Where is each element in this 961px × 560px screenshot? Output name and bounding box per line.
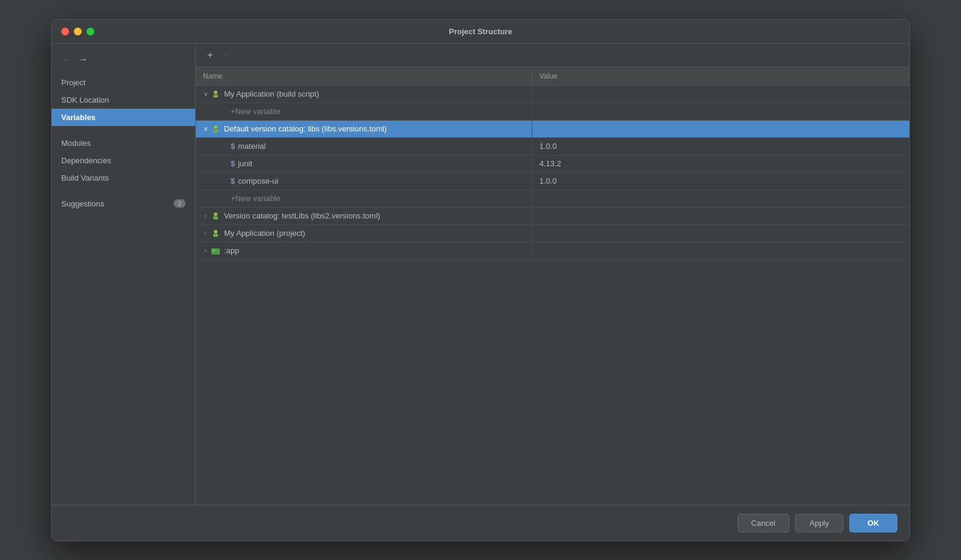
table-row[interactable]: +New variable — [196, 103, 909, 121]
chevron-icon: › — [201, 212, 210, 219]
value-cell — [532, 127, 909, 131]
sidebar-item-dependencies[interactable]: Dependencies — [52, 152, 195, 169]
table-row[interactable]: › My Application (project) — [196, 225, 909, 242]
forward-button[interactable]: → — [76, 53, 90, 65]
table-body: ∨ My Application (build script) — [196, 86, 909, 260]
dialog-title: Project Structure — [449, 27, 512, 36]
table-row[interactable]: $ junit 4.13.2 — [196, 155, 909, 173]
new-variable-link[interactable]: +New variable — [226, 107, 280, 116]
dollar-icon: $ — [231, 159, 235, 168]
row-label: compose-ui — [238, 176, 278, 185]
column-value-header: Value — [532, 70, 909, 82]
ok-button[interactable]: OK — [849, 514, 897, 532]
row-label: My Application (project) — [224, 229, 305, 238]
toolbar: + − — [196, 44, 909, 67]
minimize-button[interactable] — [74, 28, 82, 35]
row-value: 1.0.0 — [539, 142, 557, 151]
value-cell — [532, 214, 909, 218]
chevron-icon: ∨ — [201, 91, 210, 97]
name-cell: › My Application (project) — [196, 225, 532, 242]
row-label: My Application (build script) — [224, 89, 319, 98]
value-cell — [532, 248, 909, 253]
sidebar-gap-1 — [52, 126, 195, 134]
value-cell — [532, 231, 909, 236]
value-cell — [532, 196, 909, 201]
svg-rect-2 — [214, 94, 217, 97]
sidebar-item-build-variants[interactable]: Build Variants — [52, 169, 195, 187]
row-label: Version catalog: testLibs (libs2.version… — [224, 211, 380, 220]
svg-rect-13 — [211, 248, 215, 250]
value-cell — [532, 109, 909, 114]
table-header: Name Value — [196, 67, 909, 86]
apply-button[interactable]: Apply — [795, 514, 843, 532]
name-cell: +New variable — [196, 103, 532, 120]
table-row[interactable]: ∨ Default version catalog: libs (libs.ve… — [196, 121, 909, 138]
name-cell: $ compose-ui — [196, 173, 532, 190]
table-wrapper: ∨ My Application (build script) — [196, 86, 909, 505]
table-row[interactable]: +New variable — [196, 190, 909, 208]
main-content: + − Name Value ∨ — [196, 44, 909, 505]
value-cell: 1.0.0 — [532, 139, 909, 153]
row-label: :app — [224, 246, 239, 255]
sidebar-item-sdk-location[interactable]: SDK Location — [52, 91, 195, 109]
back-button[interactable]: ← — [59, 53, 73, 65]
gradle-icon — [210, 228, 221, 239]
sidebar-item-suggestions[interactable]: Suggestions 2 — [52, 195, 195, 212]
table-row[interactable]: $ material 1.0.0 — [196, 138, 909, 155]
value-cell — [532, 92, 909, 97]
name-cell: › Version catalog: testLibs (libs2.versi… — [196, 208, 532, 224]
nav-arrows: ← → — [52, 50, 195, 74]
gradle-icon — [210, 89, 221, 100]
row-label: Default version catalog: libs (libs.vers… — [224, 124, 387, 133]
name-cell: $ junit — [196, 155, 532, 172]
table-row[interactable]: › :app — [196, 242, 909, 260]
svg-rect-5 — [214, 128, 217, 131]
maximize-button[interactable] — [86, 28, 94, 35]
dollar-icon: $ — [231, 142, 235, 151]
cancel-button[interactable]: Cancel — [738, 514, 789, 532]
value-cell: 1.0.0 — [532, 174, 909, 188]
dollar-icon: $ — [231, 176, 235, 185]
remove-variable-button[interactable]: − — [218, 49, 232, 62]
name-cell: +New variable — [196, 190, 532, 207]
name-cell: $ material — [196, 138, 532, 155]
name-cell: ∨ My Application (build script) — [196, 86, 532, 103]
sidebar-item-project[interactable]: Project — [52, 74, 195, 91]
name-cell: › :app — [196, 242, 532, 259]
project-structure-dialog: Project Structure ← → Project SDK Locati… — [51, 19, 910, 541]
sidebar: ← → Project SDK Location Variables Modul… — [52, 44, 196, 505]
gradle-icon — [210, 124, 221, 134]
svg-rect-14 — [213, 250, 215, 251]
svg-rect-11 — [214, 233, 217, 236]
dialog-body: ← → Project SDK Location Variables Modul… — [52, 44, 909, 505]
name-cell: ∨ Default version catalog: libs (libs.ve… — [196, 121, 532, 137]
table-row[interactable]: $ compose-ui 1.0.0 — [196, 173, 909, 190]
dialog-footer: Cancel Apply OK — [52, 505, 909, 541]
row-label: material — [238, 142, 265, 151]
close-button[interactable] — [61, 28, 69, 35]
svg-rect-8 — [214, 215, 217, 218]
row-value: 1.0.0 — [539, 176, 557, 185]
column-name-header: Name — [196, 70, 532, 82]
value-cell: 4.13.2 — [532, 157, 909, 170]
title-bar: Project Structure — [52, 20, 909, 44]
row-label: junit — [238, 159, 252, 168]
sidebar-gap-2 — [52, 187, 195, 195]
table-row[interactable]: ∨ My Application (build script) — [196, 86, 909, 103]
sidebar-item-modules[interactable]: Modules — [52, 134, 195, 152]
chevron-icon: ∨ — [201, 125, 210, 132]
new-variable-link[interactable]: +New variable — [226, 194, 280, 203]
suggestions-badge: 2 — [174, 199, 186, 208]
add-variable-button[interactable]: + — [203, 49, 217, 62]
chevron-icon: › — [201, 247, 210, 254]
table-row[interactable]: › Version catalog: testLibs (libs2.versi… — [196, 208, 909, 225]
row-value: 4.13.2 — [539, 159, 561, 168]
gradle-icon — [210, 211, 221, 221]
folder-icon — [210, 245, 221, 256]
chevron-icon: › — [201, 230, 210, 236]
window-controls — [61, 28, 94, 35]
sidebar-item-variables[interactable]: Variables — [52, 109, 195, 126]
